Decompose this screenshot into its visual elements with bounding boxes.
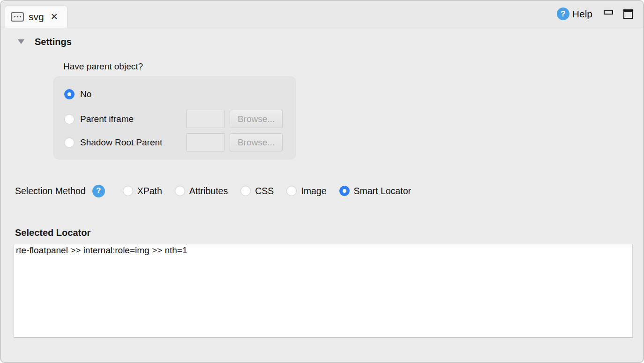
parent-iframe-browse-button[interactable]: Browse... [230,110,283,128]
radio-parent-iframe-label: Parent iframe [80,114,186,124]
tab-svg[interactable]: svg ✕ [5,5,67,28]
parent-option-no[interactable]: No [64,88,296,101]
selection-method-row: Selection Method ? XPath Attributes CSS [15,184,643,197]
maximize-icon[interactable] [623,9,633,19]
radio-no-label: No [80,89,186,99]
option-smart-locator[interactable]: Smart Locator [339,186,411,197]
selection-method-label: Selection Method [15,186,86,197]
help-icon: ? [557,8,569,20]
shadow-root-parent-browse-button[interactable]: Browse... [230,133,283,151]
radio-shadow-root-parent[interactable] [64,137,75,148]
help-label: Help [572,8,592,20]
tab-bar: svg ✕ ? Help [1,1,643,28]
radio-image-label: Image [301,186,326,197]
radio-css-label: CSS [255,186,274,197]
properties-content: Settings Have parent object? No Parent i… [1,36,643,338]
radio-parent-iframe[interactable] [64,114,75,124]
parent-option-iframe: Parent iframe Browse... [64,110,296,128]
selected-locator-label: Selected Locator [15,227,643,239]
radio-no [64,89,75,99]
parent-iframe-input[interactable] [186,110,225,128]
option-css[interactable]: CSS [240,186,274,197]
tab-label: svg [29,11,44,23]
collapse-triangle-icon[interactable] [18,39,24,44]
radio-css [240,186,251,196]
radio-smart-locator-label: Smart Locator [354,186,411,197]
help-button[interactable]: ? Help [557,8,592,20]
option-attributes[interactable]: Attributes [175,186,228,197]
radio-xpath-label: XPath [137,186,162,197]
option-xpath[interactable]: XPath [123,186,162,197]
radio-image [286,186,297,196]
window-buttons [604,8,633,19]
selection-method-help-icon[interactable]: ? [92,185,105,197]
radio-attributes-label: Attributes [189,186,228,197]
tab-close-icon[interactable]: ✕ [51,12,58,21]
test-object-icon [11,12,24,22]
radio-shadow-root-parent-label: Shadow Root Parent [80,137,186,148]
object-properties-window: svg ✕ ? Help Settings Have parent object… [0,0,644,363]
option-image[interactable]: Image [286,186,326,197]
parent-option-shadow-root: Shadow Root Parent Browse... [64,133,296,151]
shadow-root-parent-input[interactable] [186,133,225,151]
selected-locator-textarea[interactable]: rte-floatpanel >> internal:role=img >> n… [14,244,633,338]
radio-smart-locator [339,186,350,196]
minimize-icon[interactable] [604,10,613,15]
settings-title: Settings [35,37,72,47]
radio-xpath [123,186,133,196]
have-parent-object-label: Have parent object? [63,61,643,72]
tabbar-controls: ? Help [557,8,633,20]
radio-attributes [175,186,185,196]
parent-object-group: No Parent iframe Browse... Shadow Root P… [53,76,296,159]
selection-method-options: XPath Attributes CSS Image Smart Locator [123,186,411,197]
settings-section-header: Settings [18,36,643,47]
